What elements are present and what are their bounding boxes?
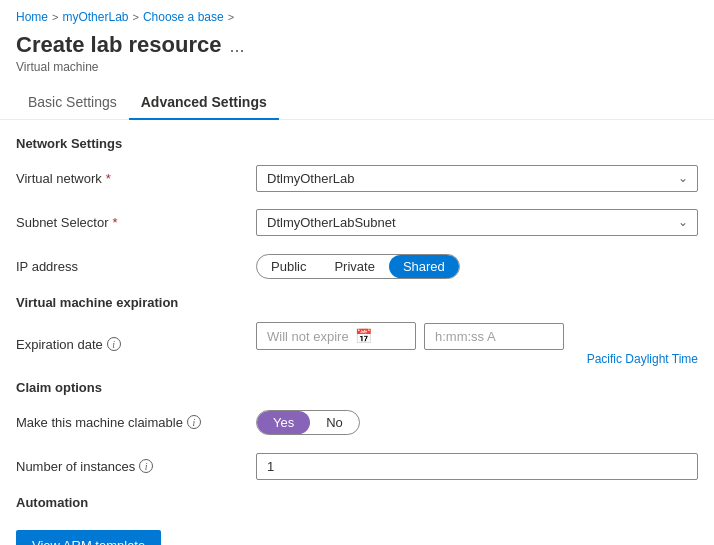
virtual-network-required: *: [106, 171, 111, 186]
breadcrumb-lab[interactable]: myOtherLab: [62, 10, 128, 24]
tab-advanced-settings[interactable]: Advanced Settings: [129, 86, 279, 120]
virtual-network-label: Virtual network *: [16, 171, 256, 186]
content-area: Network Settings Virtual network * Dtlmy…: [0, 120, 714, 545]
date-picker-input[interactable]: Will not expire 📅: [256, 322, 416, 350]
tabs-container: Basic Settings Advanced Settings: [0, 86, 714, 120]
number-of-instances-info-icon[interactable]: i: [139, 459, 153, 473]
breadcrumb-choose-base[interactable]: Choose a base: [143, 10, 224, 24]
breadcrumb-home[interactable]: Home: [16, 10, 48, 24]
breadcrumb-sep-2: >: [132, 11, 138, 23]
number-of-instances-label: Number of instances i: [16, 459, 256, 474]
ip-address-toggle-group: Public Private Shared: [256, 254, 460, 279]
ip-address-label: IP address: [16, 259, 256, 274]
ip-address-row: IP address Public Private Shared: [16, 251, 698, 281]
time-picker-input[interactable]: h:mm:ss A: [424, 323, 564, 350]
page-header: Create lab resource ...: [0, 28, 714, 58]
time-placeholder: h:mm:ss A: [435, 329, 496, 344]
make-claimable-toggle: Yes No: [256, 410, 360, 435]
date-input-wrapper: Will not expire 📅 h:mm:ss A: [256, 322, 698, 350]
ip-private-option[interactable]: Private: [320, 255, 388, 278]
subnet-selector-row: Subnet Selector * DtlmyOtherLabSubnet ⌄: [16, 207, 698, 237]
network-settings-heading: Network Settings: [16, 136, 698, 151]
breadcrumb-sep-3: >: [228, 11, 234, 23]
claimable-yes-option[interactable]: Yes: [257, 411, 310, 434]
breadcrumb-sep-1: >: [52, 11, 58, 23]
date-placeholder: Will not expire: [267, 329, 349, 344]
make-claimable-info-icon[interactable]: i: [187, 415, 201, 429]
virtual-network-dropdown-wrapper: DtlmyOtherLab ⌄: [256, 165, 698, 192]
page-title: Create lab resource: [16, 32, 221, 58]
expiration-date-info-icon[interactable]: i: [107, 337, 121, 351]
ip-address-control: Public Private Shared: [256, 254, 698, 279]
virtual-network-control: DtlmyOtherLab ⌄: [256, 165, 698, 192]
breadcrumb: Home > myOtherLab > Choose a base >: [0, 0, 714, 28]
automation-heading: Automation: [16, 495, 698, 510]
subnet-dropdown-wrapper: DtlmyOtherLabSubnet ⌄: [256, 209, 698, 236]
expiration-date-row: Expiration date i Will not expire 📅 h:mm…: [16, 322, 698, 366]
more-menu-icon[interactable]: ...: [229, 36, 244, 57]
number-of-instances-row: Number of instances i: [16, 451, 698, 481]
number-of-instances-control: [256, 453, 698, 480]
number-of-instances-input[interactable]: [256, 453, 698, 480]
make-claimable-row: Make this machine claimable i Yes No: [16, 407, 698, 437]
claimable-no-option[interactable]: No: [310, 411, 359, 434]
vm-expiration-heading: Virtual machine expiration: [16, 295, 698, 310]
expiration-date-control: Will not expire 📅 h:mm:ss A Pacific Dayl…: [256, 322, 698, 366]
timezone-label: Pacific Daylight Time: [256, 352, 698, 366]
view-arm-template-button[interactable]: View ARM template: [16, 530, 161, 545]
claim-options-heading: Claim options: [16, 380, 698, 395]
automation-section: Automation View ARM template: [16, 495, 698, 545]
virtual-network-row: Virtual network * DtlmyOtherLab ⌄: [16, 163, 698, 193]
calendar-icon: 📅: [355, 328, 372, 344]
tab-basic-settings[interactable]: Basic Settings: [16, 86, 129, 120]
virtual-network-dropdown[interactable]: DtlmyOtherLab: [256, 165, 698, 192]
expiration-date-label: Expiration date i: [16, 337, 256, 352]
subnet-dropdown[interactable]: DtlmyOtherLabSubnet: [256, 209, 698, 236]
ip-public-option[interactable]: Public: [257, 255, 320, 278]
subnet-required: *: [113, 215, 118, 230]
make-claimable-control: Yes No: [256, 410, 698, 435]
ip-shared-option[interactable]: Shared: [389, 255, 459, 278]
subnet-selector-label: Subnet Selector *: [16, 215, 256, 230]
subnet-selector-control: DtlmyOtherLabSubnet ⌄: [256, 209, 698, 236]
page-subtitle: Virtual machine: [0, 58, 714, 86]
make-claimable-label: Make this machine claimable i: [16, 415, 256, 430]
